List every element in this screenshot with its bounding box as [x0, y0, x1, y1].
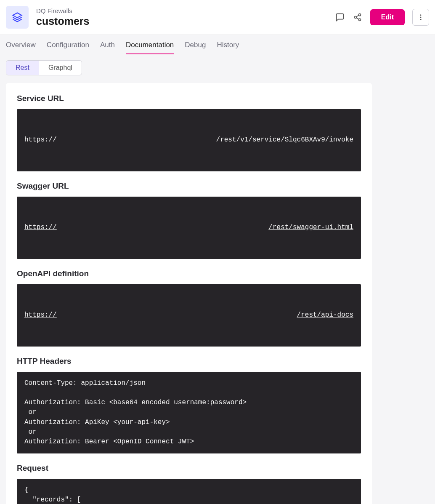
svg-point-7 [420, 17, 422, 18]
subtab-rest[interactable]: Rest [6, 61, 39, 75]
code-request: { "records": [ { "recordId": "record1", … [17, 479, 361, 504]
tab-documentation[interactable]: Documentation [126, 41, 174, 54]
comment-icon[interactable] [335, 12, 345, 22]
subtab-graphql[interactable]: Graphql [39, 61, 82, 75]
svg-line-5 [356, 18, 359, 19]
breadcrumb[interactable]: DQ Firewalls [36, 7, 335, 14]
svg-point-2 [354, 16, 356, 19]
tab-auth[interactable]: Auth [100, 41, 115, 54]
svg-point-8 [420, 19, 422, 20]
service-url-prefix: https:// [24, 135, 57, 145]
svg-point-6 [420, 14, 422, 16]
page-header: DQ Firewalls customers Edit [0, 0, 435, 35]
layers-icon [11, 11, 23, 23]
svg-point-1 [358, 14, 361, 16]
more-menu-button[interactable] [412, 9, 429, 26]
swagger-url-path[interactable]: /rest/swagger-ui.html [268, 223, 353, 232]
heading-request: Request [17, 464, 361, 473]
code-http-headers: Content-Type: application/json Authoriza… [17, 372, 361, 453]
header-actions: Edit [335, 9, 429, 26]
heading-swagger-url: Swagger URL [17, 181, 361, 191]
service-logo [6, 6, 29, 29]
openapi-url-path[interactable]: /rest/api-docs [297, 310, 353, 320]
tab-debug[interactable]: Debug [185, 41, 206, 54]
svg-line-4 [356, 15, 359, 17]
tab-history[interactable]: History [217, 41, 239, 54]
tab-configuration[interactable]: Configuration [47, 41, 89, 54]
svg-marker-0 [13, 13, 22, 18]
more-vertical-icon [417, 13, 424, 21]
heading-http-headers: HTTP Headers [17, 357, 361, 366]
heading-service-url: Service URL [17, 94, 361, 103]
page-title: customers [36, 15, 335, 27]
code-swagger-url: https:// /rest/swagger-ui.html [17, 197, 361, 259]
doc-format-toggle: Rest Graphql [6, 60, 82, 75]
heading-openapi: OpenAPI definition [17, 269, 361, 278]
service-url-path: /rest/v1/service/Slqc6BXAv9/invoke [216, 135, 353, 145]
primary-tabs: Overview Configuration Auth Documentatio… [0, 35, 435, 54]
edit-button[interactable]: Edit [370, 9, 405, 25]
code-openapi: https:// /rest/api-docs [17, 284, 361, 347]
code-service-url: https:// /rest/v1/service/Slqc6BXAv9/inv… [17, 109, 361, 171]
share-icon[interactable] [353, 12, 363, 22]
openapi-url-prefix[interactable]: https:// [24, 310, 57, 320]
documentation-card: Service URL https:// /rest/v1/service/Sl… [6, 83, 372, 504]
tab-overview[interactable]: Overview [6, 41, 36, 54]
swagger-url-prefix[interactable]: https:// [24, 223, 57, 232]
svg-point-3 [358, 19, 361, 21]
title-block: DQ Firewalls customers [36, 7, 335, 27]
